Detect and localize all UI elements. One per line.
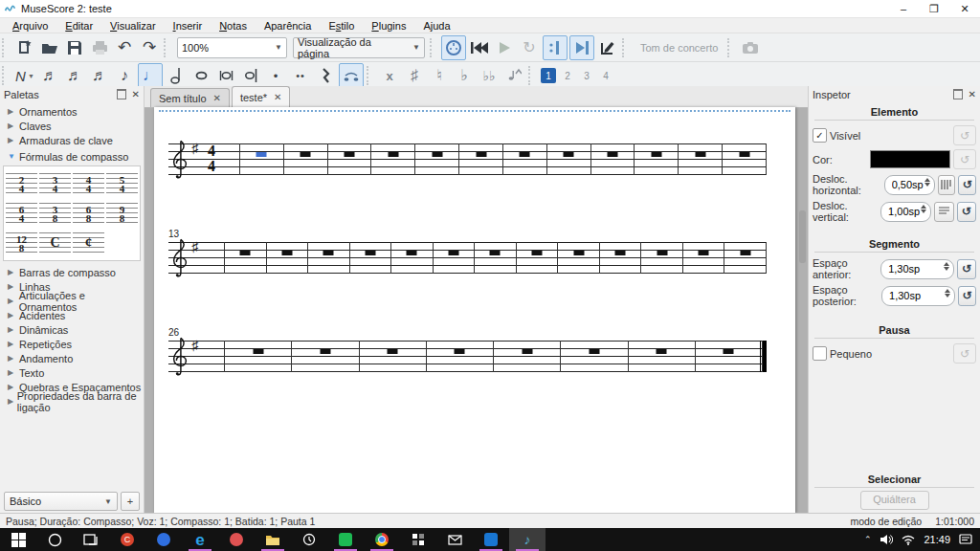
flip-direction-button[interactable] — [502, 64, 525, 87]
voice-4-button[interactable]: 4 — [598, 68, 613, 83]
tie-button[interactable] — [339, 63, 364, 88]
augmentation-dot-button[interactable]: • — [264, 64, 287, 87]
whole-rest[interactable] — [253, 349, 263, 354]
measure[interactable] — [391, 242, 434, 274]
measure[interactable] — [225, 341, 292, 372]
score-page[interactable]: ♯4413♯26♯ — [154, 107, 795, 514]
whole-rest[interactable] — [531, 251, 542, 255]
measure[interactable] — [328, 143, 372, 175]
minimize-button[interactable]: – — [888, 0, 919, 17]
taskbar-musescore[interactable]: ♪ — [509, 528, 546, 551]
flat-button[interactable]: ♭ — [453, 64, 476, 87]
reset-leading-button[interactable]: ↺ — [957, 259, 976, 279]
whole-rest[interactable] — [589, 349, 599, 354]
toolbar-grip[interactable] — [727, 38, 734, 57]
measure[interactable] — [591, 143, 635, 175]
reset-v-offset-button[interactable]: ↺ — [957, 202, 976, 222]
whole-rest[interactable] — [365, 251, 375, 255]
whole-rest[interactable] — [699, 251, 709, 255]
float-panel-icon[interactable] — [953, 89, 963, 99]
menu-arquivo[interactable]: Arquivo — [4, 20, 56, 32]
whole-rest[interactable] — [388, 152, 398, 157]
timesig-cell-2-4[interactable]: 24 — [6, 170, 37, 197]
menu-plugins[interactable]: Plugins — [363, 20, 414, 32]
double-sharp-button[interactable]: x — [378, 64, 401, 87]
new-score-button[interactable] — [13, 36, 36, 59]
whole-rest[interactable] — [448, 251, 458, 255]
maximize-button[interactable]: ❐ — [919, 0, 949, 17]
measure[interactable] — [683, 242, 725, 274]
undo-button[interactable]: ↶ — [113, 36, 136, 59]
whole-rest[interactable] — [490, 251, 501, 255]
palette-item-propriedades-da-barra-de-liga-o[interactable]: ▶Propriedades da barra de ligação — [0, 394, 144, 408]
measure[interactable] — [629, 341, 696, 372]
reset-h-offset-button[interactable]: ↺ — [958, 175, 976, 195]
voice-3-button[interactable]: 3 — [579, 68, 594, 83]
taskbar-app-grid[interactable] — [400, 528, 436, 551]
timesig-cell-12-8[interactable]: 128 — [6, 230, 37, 256]
double-flat-button[interactable]: ♭♭ — [478, 64, 501, 87]
action-center-icon[interactable] — [959, 534, 972, 545]
toolbar-grip[interactable] — [430, 38, 436, 57]
volume-icon[interactable] — [880, 534, 893, 545]
v-offset-spinner[interactable] — [880, 202, 931, 222]
menu-aparência[interactable]: Aparência — [256, 20, 321, 32]
taskbar-file-explorer[interactable] — [255, 528, 291, 551]
measure[interactable] — [641, 242, 683, 274]
open-file-button[interactable] — [38, 36, 61, 59]
measure[interactable] — [494, 341, 561, 372]
timesig-cell-3-4[interactable]: 34 — [39, 170, 71, 197]
measure[interactable] — [635, 143, 679, 175]
double-dot-button[interactable]: •• — [289, 64, 312, 87]
tab-teste[interactable]: teste* ✕ — [232, 86, 291, 107]
float-panel-icon[interactable] — [117, 89, 126, 99]
redo-button[interactable]: ↷ — [138, 36, 161, 59]
whole-rest[interactable] — [695, 152, 705, 157]
palette-item-din-micas[interactable]: ▶Dinâmicas — [0, 322, 144, 337]
close-panel-icon[interactable]: ✕ — [132, 90, 140, 99]
palette-item-formulas-de-compasso[interactable]: ▼ Fórmulas de compasso — [0, 149, 144, 164]
whole-rest[interactable] — [301, 152, 311, 157]
measure[interactable] — [723, 143, 767, 175]
toolbar-grip[interactable] — [2, 66, 9, 85]
snap-vertical-button[interactable] — [934, 202, 953, 222]
whole-rest[interactable] — [323, 251, 334, 255]
tray-chevron-icon[interactable]: ⌃ — [864, 535, 872, 544]
whole-rest-selected[interactable] — [256, 152, 267, 157]
taskbar-cortana[interactable] — [36, 528, 73, 551]
view-mode-select[interactable]: Visualização da página ▼ — [293, 37, 425, 58]
taskbar-start[interactable] — [0, 528, 36, 551]
palette-item-ornamentos[interactable]: ▶Ornamentos — [0, 104, 144, 119]
color-swatch[interactable] — [870, 150, 950, 168]
whole-rest[interactable] — [240, 251, 251, 255]
taskbar-chrome[interactable] — [364, 528, 400, 551]
taskbar-alarms[interactable] — [291, 528, 327, 551]
sharp-button[interactable]: ♯ — [403, 64, 426, 87]
palette-item-armaduras-de-clave[interactable]: ▶Armaduras de clave — [0, 133, 144, 147]
timesig-cell-3-8[interactable]: 38 — [39, 200, 71, 227]
taskbar-mail[interactable] — [436, 528, 473, 551]
vertical-scrollbar[interactable] — [799, 210, 806, 263]
spin-arrows-icon[interactable] — [945, 289, 950, 298]
whole-rest[interactable] — [522, 349, 532, 354]
measure[interactable] — [284, 143, 328, 175]
measure[interactable] — [475, 242, 517, 274]
measure[interactable] — [427, 341, 494, 372]
duration-quarter-button[interactable]: ♩ — [138, 63, 163, 88]
close-tab-icon[interactable]: ✕ — [213, 93, 221, 103]
rewind-button[interactable] — [468, 36, 491, 59]
measure[interactable] — [547, 143, 591, 175]
measure[interactable] — [696, 341, 763, 372]
taskbar-edge[interactable]: e — [182, 528, 218, 551]
measure[interactable] — [371, 143, 415, 175]
leading-space-spinner[interactable] — [880, 259, 954, 279]
duration-8th-button[interactable]: ♪ — [113, 64, 136, 87]
measure[interactable] — [600, 242, 642, 274]
timesig-cell-6-8[interactable]: 68 — [73, 200, 104, 227]
measure[interactable] — [561, 341, 628, 372]
whole-rest[interactable] — [520, 152, 530, 157]
toolbar-grip[interactable] — [2, 38, 9, 57]
trailing-space-input[interactable] — [882, 289, 954, 302]
palette-item-barras-de-compasso[interactable]: ▶Barras de compasso — [0, 265, 144, 279]
timesig-cell-5-4[interactable]: 54 — [106, 170, 138, 197]
